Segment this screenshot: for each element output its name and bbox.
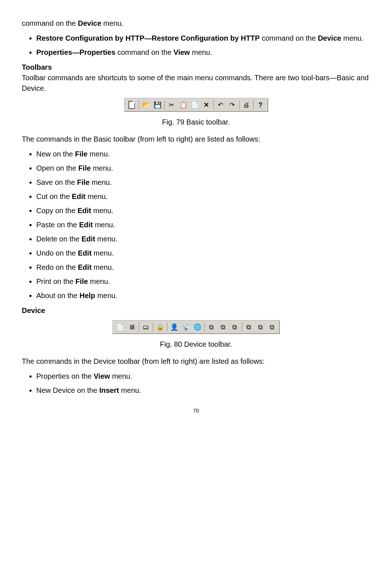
page-number: 70 [22,407,370,415]
properties-icon[interactable] [115,322,126,333]
device-toolbar-list: Properties on the View menu. New Device … [22,371,370,396]
text: Redo on the [36,263,78,271]
text: Properties on the [36,372,94,380]
paste-icon[interactable] [189,99,200,110]
text: Delete on the [36,235,82,243]
text: Paste on the [36,221,79,229]
menu-name: Device [78,19,102,27]
text: menu. [91,263,114,271]
text: menu. [95,292,117,300]
list-item: Save on the File menu. [36,177,370,188]
text: menu. [101,19,123,27]
delete-icon[interactable] [201,99,212,110]
text: menu. [91,249,114,257]
text: menu. [119,386,141,394]
menu-name: Insert [99,386,119,394]
toolbars-heading: Toolbars Toolbar commands are shortcuts … [22,62,370,94]
help-icon[interactable] [255,99,266,110]
heading-text: Toolbars [22,63,52,71]
list-item: About on the Help menu. [36,290,370,301]
list-item: Properties—Properties command on the Vie… [36,47,370,58]
text: menu. [87,150,110,158]
separator [253,100,254,110]
text: Undo on the [36,249,78,257]
device-heading: Device [22,305,370,316]
device-config-icon[interactable] [229,322,240,333]
text: menu. [93,221,115,229]
cut-icon[interactable] [166,99,177,110]
device-toolbar-figure [22,320,370,334]
list-item: Open on the File menu. [36,163,370,174]
separator [167,322,167,332]
list-item: Delete on the Edit menu. [36,234,370,244]
separator [204,322,205,332]
heading-text: Device [22,306,45,314]
copy-icon[interactable] [178,99,189,110]
menu-name: View [173,48,190,56]
save-icon[interactable] [152,99,163,110]
separator [213,100,214,110]
device-config-icon[interactable] [244,322,254,333]
list-item: Restore Configuration by HTTP—Restore Co… [36,33,370,44]
list-item: Paste on the Edit menu. [36,220,370,230]
connection-icon[interactable] [180,322,191,333]
menu-name: Edit [72,192,86,200]
separator [153,322,153,332]
device-icon[interactable] [140,322,151,333]
redo-icon[interactable] [227,99,238,110]
menu-name: View [94,372,110,380]
text: menu. [190,48,212,56]
text: About on the [36,292,79,300]
network-icon[interactable] [192,322,203,333]
list-item: Undo on the Edit menu. [36,248,370,258]
text: Open on the [36,164,78,172]
device-toolbar [113,320,280,334]
user-icon[interactable] [169,322,180,333]
menu-name: Device [318,34,342,42]
list-item: Properties on the View menu. [36,371,370,382]
print-icon[interactable] [241,99,252,110]
undo-icon[interactable] [215,99,226,110]
basic-toolbar [124,98,268,112]
device-config-icon[interactable] [218,322,229,333]
device-intro: The commands in the Device toolbar (from… [22,356,370,367]
text: Save on the [36,178,77,186]
separator [239,100,240,110]
new-icon[interactable] [126,99,137,110]
menu-name: File [75,277,88,285]
menu-name: Edit [78,263,92,271]
top-bullet-list: Restore Configuration by HTTP—Restore Co… [22,33,370,58]
text: menu. [88,277,110,285]
figure-caption: Fig. 79 Basic toolbar. [22,117,370,127]
lock-icon[interactable] [155,322,166,333]
separator [242,322,242,332]
command-name: Properties—Properties [36,48,115,56]
text: New Device on the [36,386,99,394]
list-item: New Device on the Insert menu. [36,385,370,396]
list-item: New on the File menu. [36,149,370,159]
separator [139,322,139,332]
new-device-icon[interactable] [126,322,137,333]
menu-name: Edit [78,249,92,257]
menu-name: File [78,164,91,172]
command-name: Restore Configuration by HTTP—Restore Co… [36,34,260,42]
basic-toolbar-figure [22,98,370,112]
menu-name: Edit [79,221,93,229]
text: Copy on the [36,207,77,215]
text: menu. [341,34,363,42]
device-config-icon[interactable] [206,322,217,333]
device-config-icon[interactable] [255,322,266,333]
list-item: Redo on the Edit menu. [36,262,370,273]
separator [164,100,165,110]
text: menu. [90,178,112,186]
text: Print on the [36,277,75,285]
open-icon[interactable] [140,99,151,110]
basic-toolbar-list: New on the File menu. Open on the File m… [22,149,370,301]
device-config-icon[interactable] [267,322,278,333]
list-item: Cut on the Edit menu. [36,191,370,202]
text: menu. [91,164,113,172]
toolbars-intro: Toolbar commands are shortcuts to some o… [22,74,369,92]
figure-caption: Fig. 80 Device toolbar. [22,339,370,350]
text: command on the [260,34,318,42]
text: command on the [115,48,173,56]
